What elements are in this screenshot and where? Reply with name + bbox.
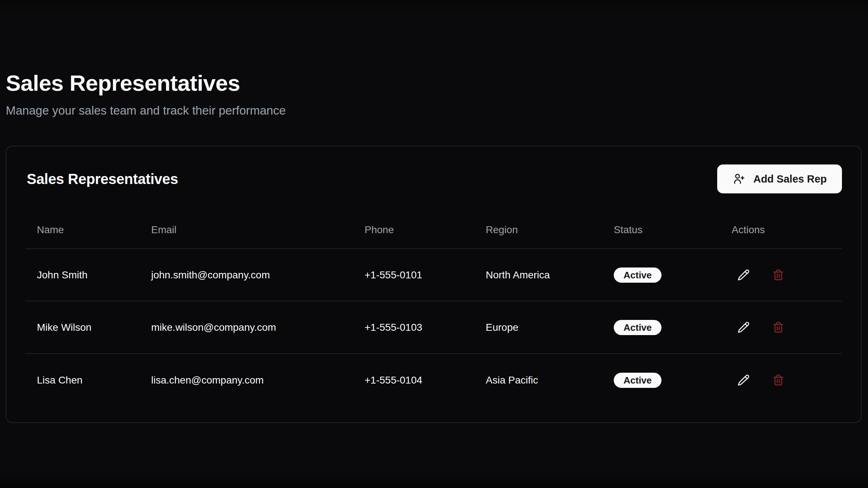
status-badge: Active xyxy=(614,267,661,283)
trash-icon xyxy=(772,382,784,388)
edit-button[interactable] xyxy=(737,374,750,386)
table-row: Mike Wilson mike.wilson@company.com +1-5… xyxy=(25,301,842,354)
delete-button[interactable] xyxy=(772,321,784,334)
pencil-icon xyxy=(737,277,750,282)
cell-region: Asia Pacific xyxy=(474,374,602,386)
cell-region: Europe xyxy=(474,322,602,333)
table-body: John Smith john.smith@company.com +1-555… xyxy=(25,249,842,406)
column-header-actions: Actions xyxy=(720,224,842,236)
cell-name: John Smith xyxy=(25,269,140,281)
add-sales-rep-label: Add Sales Rep xyxy=(753,173,827,185)
cell-phone: +1-555-0104 xyxy=(353,374,474,386)
column-header-name: Name xyxy=(25,224,140,236)
column-header-phone: Phone xyxy=(353,224,474,236)
card-title: Sales Representatives xyxy=(25,171,178,187)
table-header-row: Name Email Phone Region Status Actions xyxy=(25,195,842,249)
pencil-icon xyxy=(737,329,750,335)
table-row: John Smith john.smith@company.com +1-555… xyxy=(25,249,842,301)
column-header-email: Email xyxy=(140,224,353,236)
delete-button[interactable] xyxy=(772,269,784,281)
column-header-status: Status xyxy=(602,224,720,236)
cell-phone: +1-555-0101 xyxy=(353,269,474,281)
add-sales-rep-button[interactable]: Add Sales Rep xyxy=(717,164,842,193)
page-subtitle: Manage your sales team and track their p… xyxy=(6,102,862,119)
pencil-icon xyxy=(737,382,750,388)
cell-email: mike.wilson@company.com xyxy=(140,322,353,333)
user-plus-icon xyxy=(732,172,745,185)
edit-button[interactable] xyxy=(737,269,750,281)
cell-email: john.smith@company.com xyxy=(140,269,353,281)
delete-button[interactable] xyxy=(772,374,784,386)
row-actions xyxy=(720,269,842,281)
card-header: Sales Representatives Add Sales Rep xyxy=(7,146,861,195)
cell-region: North America xyxy=(474,269,602,281)
edit-button[interactable] xyxy=(737,321,750,334)
row-actions xyxy=(720,374,842,386)
page: Sales Representatives Manage your sales … xyxy=(0,0,868,488)
sales-reps-card: Sales Representatives Add Sales Rep Name… xyxy=(6,146,861,423)
sales-reps-table: Name Email Phone Region Status Actions J… xyxy=(7,195,861,406)
table-row: Lisa Chen lisa.chen@company.com +1-555-0… xyxy=(25,354,842,406)
cell-name: Mike Wilson xyxy=(25,322,140,333)
trash-icon xyxy=(772,277,784,282)
status-badge: Active xyxy=(614,373,661,388)
trash-icon xyxy=(772,329,784,335)
row-actions xyxy=(720,321,842,334)
column-header-region: Region xyxy=(474,224,602,236)
status-badge: Active xyxy=(614,320,661,335)
page-title: Sales Representatives xyxy=(6,70,862,96)
cell-phone: +1-555-0103 xyxy=(353,322,474,333)
cell-name: Lisa Chen xyxy=(25,374,140,386)
cell-email: lisa.chen@company.com xyxy=(140,374,353,386)
